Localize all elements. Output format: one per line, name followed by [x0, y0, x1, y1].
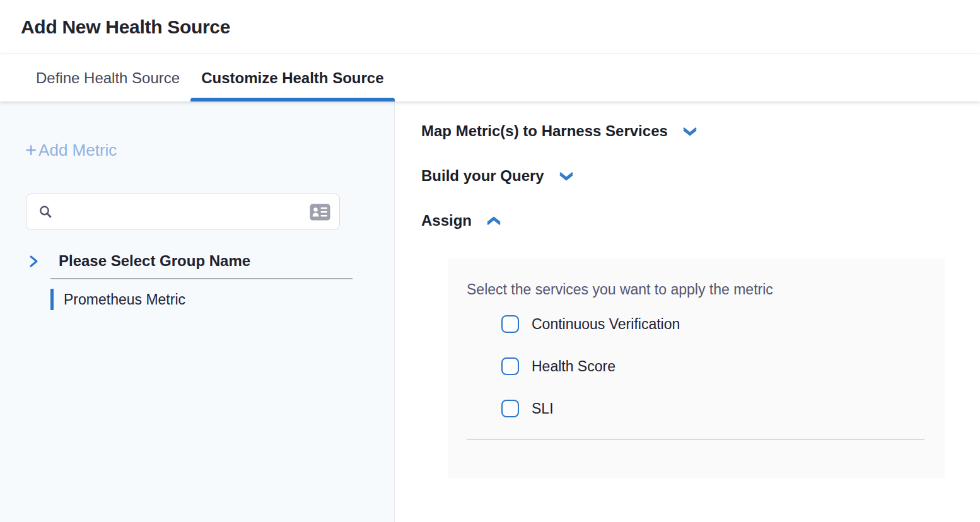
section-map-metrics[interactable]: Map Metric(s) to Harness Services: [421, 122, 698, 140]
checkbox-sli[interactable]: [501, 400, 519, 417]
tab-customize-health-source[interactable]: Customize Health Source: [190, 54, 394, 102]
search-input[interactable]: [61, 199, 310, 224]
assign-prompt: Select the services you want to apply th…: [467, 281, 926, 298]
add-metric-button[interactable]: + Add Metric: [25, 141, 117, 160]
group-name-label[interactable]: Please Select Group Name: [59, 252, 250, 270]
metric-item-label: Prometheus Metric: [64, 291, 185, 308]
metric-list-item-prometheus[interactable]: Prometheus Metric: [50, 289, 394, 310]
page-title: Add New Health Source: [21, 16, 230, 38]
chevron-up-icon: [486, 216, 502, 226]
contact-card-icon[interactable]: [310, 204, 330, 221]
health-source-tabbar: Define Health Source Customize Health So…: [0, 54, 980, 102]
option-label: Continuous Verification: [532, 316, 680, 333]
metric-sidebar: + Add Metric: [0, 102, 395, 522]
plus-icon: +: [25, 142, 37, 159]
search-icon: [38, 204, 53, 219]
group-row: Please Select Group Name: [0, 252, 394, 270]
tab-define-label: Define Health Source: [36, 69, 180, 87]
option-label: SLI: [532, 400, 554, 417]
option-health-score[interactable]: Health Score: [501, 357, 926, 375]
tab-customize-label: Customize Health Source: [201, 69, 383, 87]
chevron-right-icon[interactable]: [27, 253, 40, 269]
checkbox-continuous-verification[interactable]: [501, 315, 519, 333]
section-assign[interactable]: Assign: [421, 212, 502, 229]
selected-metric-indicator: [50, 289, 54, 310]
section-map-metrics-label: Map Metric(s) to Harness Services: [421, 122, 668, 140]
option-continuous-verification[interactable]: Continuous Verification: [501, 315, 926, 333]
customize-main-panel: Map Metric(s) to Harness Services Build …: [395, 102, 980, 522]
add-metric-label: Add Metric: [38, 141, 117, 160]
chevron-down-icon: [682, 126, 698, 137]
section-build-query[interactable]: Build your Query: [421, 167, 575, 185]
assign-section-panel: Select the services you want to apply th…: [448, 258, 945, 478]
section-assign-label: Assign: [421, 212, 472, 229]
tab-define-health-source[interactable]: Define Health Source: [25, 54, 190, 102]
chevron-down-icon: [558, 171, 575, 182]
section-build-query-label: Build your Query: [421, 167, 544, 185]
option-sli[interactable]: SLI: [501, 400, 926, 417]
service-options-list: Continuous Verification Health Score SLI: [501, 315, 926, 417]
content-area: + Add Metric: [0, 102, 980, 522]
checkbox-health-score[interactable]: [501, 357, 519, 375]
group-divider: [50, 278, 353, 279]
active-tab-indicator: [190, 98, 394, 102]
assign-divider: [467, 439, 925, 440]
page-header: Add New Health Source: [0, 0, 980, 54]
option-label: Health Score: [532, 358, 615, 375]
metric-search-box: [26, 194, 340, 230]
